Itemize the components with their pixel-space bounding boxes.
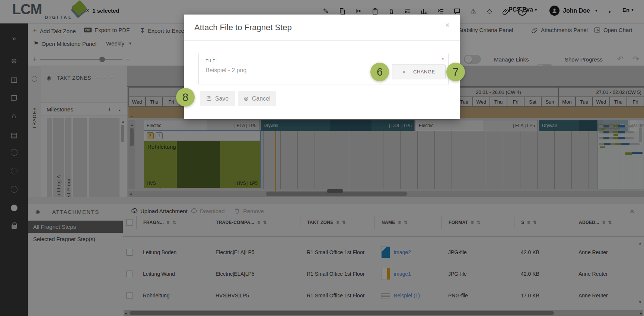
- modal-close-icon[interactable]: ×: [445, 21, 450, 29]
- modal-divider: [184, 40, 460, 41]
- callout-badge-8: 8: [176, 88, 195, 107]
- change-file-button[interactable]: × CHANGE: [392, 64, 446, 79]
- required-asterisk: *: [441, 56, 444, 63]
- callout-badge-7: 7: [446, 63, 465, 81]
- app-window: LCM DIGITAL × 1 selected ✎ ✂ ⚠ ◇ ? PCS E…: [0, 0, 644, 316]
- modal-title: Attach File to Fragnet Step: [194, 23, 292, 32]
- cancel-button[interactable]: ⊗ Cancel: [238, 91, 276, 106]
- callout-badge-6: 6: [370, 63, 389, 81]
- clear-file-icon[interactable]: ×: [402, 69, 406, 75]
- save-icon: [206, 96, 212, 101]
- change-label: CHANGE: [413, 69, 435, 75]
- file-field-label: FILE:: [205, 59, 217, 63]
- file-field-value: Beispiel - 2.png: [205, 67, 246, 74]
- save-button[interactable]: Save: [200, 91, 235, 106]
- cancel-icon: ⊗: [243, 95, 248, 102]
- attach-file-modal: Attach File to Fragnet Step × FILE: Beis…: [184, 15, 460, 119]
